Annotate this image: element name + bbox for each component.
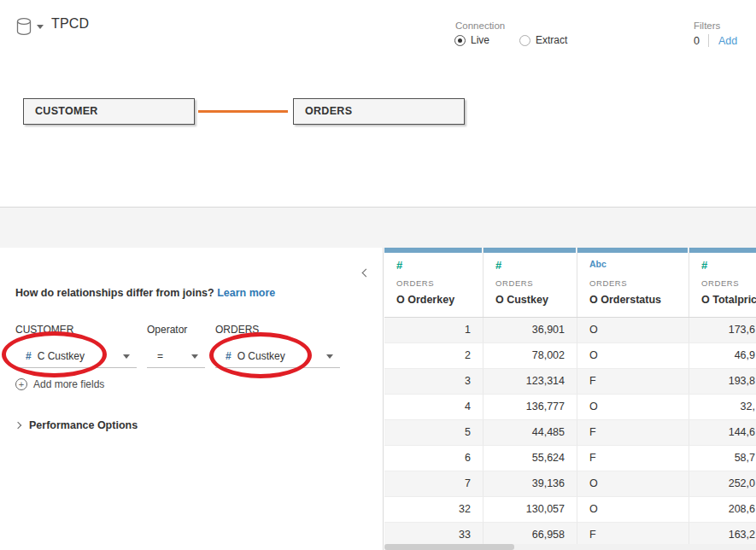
cell: 32, bbox=[689, 395, 756, 420]
learn-more-link[interactable]: Learn more bbox=[217, 287, 275, 299]
number-field-icon: # bbox=[226, 350, 231, 362]
cell: 6 bbox=[384, 446, 483, 471]
column-header-orderkey[interactable]: # ORDERS O Orderkey bbox=[384, 248, 483, 317]
number-field-icon: # bbox=[26, 350, 32, 362]
caret-down-icon bbox=[123, 354, 130, 359]
horizontal-scrollbar-track[interactable] bbox=[384, 544, 756, 550]
operator-value: = bbox=[157, 350, 163, 362]
radio-extract[interactable]: Extract bbox=[519, 34, 567, 46]
cell: O bbox=[577, 343, 689, 369]
cell: 78,002 bbox=[483, 343, 577, 369]
column-accent-bar bbox=[483, 248, 576, 253]
filters-row: 0 Add bbox=[694, 34, 737, 47]
string-type-icon: Abc bbox=[589, 260, 607, 269]
cell: 44,485 bbox=[483, 420, 577, 446]
column-accent-bar bbox=[384, 248, 482, 253]
right-field-dropdown[interactable]: # O Custkey bbox=[215, 344, 340, 368]
question-text: How do relationships differ from joins? bbox=[15, 287, 214, 299]
cell: 39,136 bbox=[483, 471, 577, 497]
cell: 4 bbox=[384, 395, 483, 420]
column-field-name: O Orderstatus bbox=[589, 294, 661, 306]
connection-label: Connection bbox=[455, 20, 505, 31]
table-row: 6 55,624 F 58,7 bbox=[384, 446, 756, 471]
left-field-value: C Custkey bbox=[38, 350, 85, 362]
operator-label: Operator bbox=[147, 324, 187, 336]
plus-circle-icon: + bbox=[15, 378, 27, 390]
connection-menu-button[interactable] bbox=[16, 17, 45, 38]
table-node-orders[interactable]: ORDERS bbox=[293, 98, 465, 125]
cell: 136,777 bbox=[483, 395, 577, 420]
column-field-name: O Totalprice bbox=[701, 294, 756, 306]
add-more-fields-label: Add more fields bbox=[33, 378, 104, 390]
cell: 123,314 bbox=[483, 369, 577, 395]
column-accent-bar bbox=[689, 248, 756, 253]
cell: F bbox=[577, 446, 689, 471]
column-accent-bar bbox=[577, 248, 688, 253]
column-table-name: ORDERS bbox=[396, 278, 434, 288]
cell: O bbox=[577, 497, 689, 523]
cell: 58,7 bbox=[689, 446, 756, 471]
performance-options-toggle[interactable]: Performance Options bbox=[15, 419, 138, 431]
number-type-icon: # bbox=[396, 260, 402, 271]
operator-dropdown[interactable]: = bbox=[147, 344, 205, 368]
cell: 5 bbox=[384, 420, 483, 446]
relationship-noodle[interactable] bbox=[198, 110, 288, 113]
cell: 46,9 bbox=[689, 343, 756, 369]
column-table-name: ORDERS bbox=[701, 278, 739, 288]
column-field-name: O Custkey bbox=[495, 294, 548, 306]
cell: 130,057 bbox=[483, 497, 577, 523]
chevron-right-icon bbox=[15, 422, 21, 429]
right-field-value: O Custkey bbox=[237, 350, 285, 362]
column-header-totalprice[interactable]: # ORDERS O Totalprice bbox=[689, 248, 756, 317]
cell: O bbox=[577, 471, 689, 497]
cell: 36,901 bbox=[483, 318, 577, 343]
cell: 32 bbox=[384, 497, 483, 523]
collapse-pane-button[interactable] bbox=[360, 261, 372, 282]
table-row: 5 44,485 F 144,6 bbox=[384, 420, 756, 446]
cell: F bbox=[577, 420, 689, 446]
column-header-custkey[interactable]: # ORDERS O Custkey bbox=[483, 248, 577, 317]
horizontal-scrollbar-thumb[interactable] bbox=[384, 544, 514, 550]
datasource-page: TPCD Connection Live Extract Filters 0 A… bbox=[0, 0, 756, 550]
caret-down-icon bbox=[37, 25, 44, 29]
table-row: 3 123,314 F 193,8 bbox=[384, 369, 756, 395]
performance-options-label: Performance Options bbox=[29, 419, 138, 431]
relationships-question: How do relationships differ from joins? … bbox=[15, 287, 275, 299]
add-more-fields-button[interactable]: + Add more fields bbox=[15, 378, 104, 390]
table-node-customer[interactable]: CUSTOMER bbox=[23, 98, 195, 125]
caret-down-icon bbox=[191, 354, 198, 359]
table-row: 1 36,901 O 173,6 bbox=[384, 318, 756, 343]
cell: O bbox=[577, 318, 689, 343]
filters-label: Filters bbox=[694, 20, 720, 31]
column-header-orderstatus[interactable]: Abc ORDERS O Orderstatus bbox=[577, 248, 689, 317]
number-type-icon: # bbox=[495, 260, 501, 271]
grid-header-row: # ORDERS O Orderkey # ORDERS O Custkey A… bbox=[384, 248, 756, 318]
column-table-name: ORDERS bbox=[495, 278, 533, 288]
radio-live[interactable]: Live bbox=[454, 34, 489, 46]
radio-selected-icon bbox=[454, 35, 466, 46]
cell: 144,6 bbox=[689, 420, 756, 446]
data-preview-grid: # ORDERS O Orderkey # ORDERS O Custkey A… bbox=[384, 248, 756, 550]
divider bbox=[708, 34, 709, 47]
caret-down-icon bbox=[326, 354, 333, 359]
left-table-label: CUSTOMER bbox=[15, 324, 73, 336]
datasource-title[interactable]: TPCD bbox=[51, 16, 89, 32]
table-row: 32 130,057 O 208,6 bbox=[384, 497, 756, 523]
column-field-name: O Orderkey bbox=[396, 294, 454, 306]
radio-live-label: Live bbox=[471, 34, 489, 46]
cell: 3 bbox=[384, 369, 483, 395]
connection-radio-group: Live Extract bbox=[454, 34, 567, 46]
cell: 208,6 bbox=[689, 497, 756, 523]
cell: 55,624 bbox=[483, 446, 577, 471]
filters-add-link[interactable]: Add bbox=[718, 35, 737, 47]
radio-extract-label: Extract bbox=[536, 34, 567, 46]
column-table-name: ORDERS bbox=[589, 278, 627, 288]
cell: 193,8 bbox=[689, 369, 756, 395]
preview-toolbar: CUSTOMER — ORDERS 100 → rows ⚙ bbox=[0, 207, 756, 248]
cell: 2 bbox=[384, 343, 483, 369]
left-field-dropdown[interactable]: # C Custkey bbox=[15, 344, 137, 368]
chevron-left-icon bbox=[362, 269, 371, 278]
cell: F bbox=[577, 369, 689, 395]
cell: 1 bbox=[384, 318, 483, 343]
cell: 173,6 bbox=[689, 318, 756, 343]
